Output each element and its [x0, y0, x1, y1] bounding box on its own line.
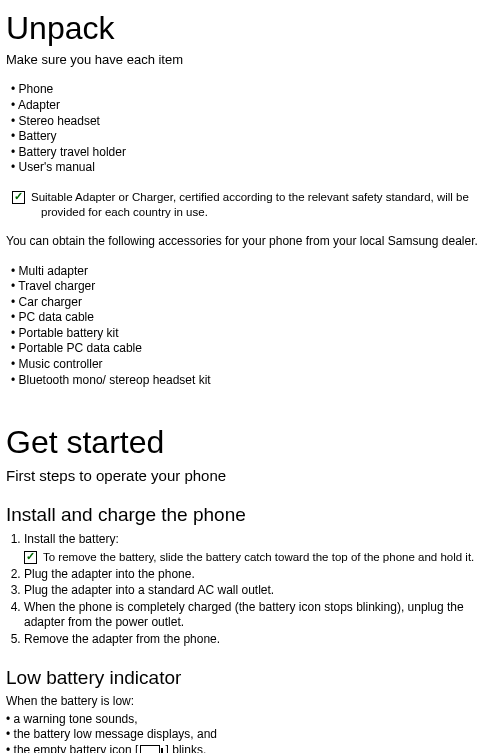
battery-remove-note: To remove the battery, slide the battery…	[24, 550, 494, 565]
battery-empty-icon	[140, 745, 160, 753]
accessories-list: Multi adapter Travel charger Car charger…	[6, 264, 494, 389]
low-battery-heading: Low battery indicator	[6, 666, 494, 691]
list-item: Battery travel holder	[20, 145, 494, 161]
list-item: Install the battery: To remove the batte…	[24, 532, 494, 565]
list-item: Remove the adapter from the phone.	[24, 632, 494, 648]
low-battery-bullet: a warning tone sounds,	[6, 712, 494, 728]
list-item: PC data cable	[20, 310, 494, 326]
get-started-heading: Get started	[6, 422, 494, 464]
bullet-prefix: the empty battery icon [	[14, 743, 139, 753]
bullet-suffix: ] blinks.	[162, 743, 206, 753]
list-item: User's manual	[20, 160, 494, 176]
low-battery-intro: When the battery is low:	[6, 694, 494, 710]
adapter-note: Suitable Adapter or Charger, certified a…	[12, 190, 494, 220]
unpack-item-list: Phone Adapter Stereo headset Battery Bat…	[6, 82, 494, 176]
list-item: Adapter	[20, 98, 494, 114]
list-item: Plug the adapter into the phone.	[24, 567, 494, 583]
low-battery-bullet: the empty battery icon [ ] blinks.	[6, 743, 494, 753]
unpack-heading: Unpack	[6, 8, 494, 50]
checkmark-icon	[12, 191, 25, 204]
list-item: Travel charger	[20, 279, 494, 295]
list-item: Stereo headset	[20, 114, 494, 130]
list-item: Portable battery kit	[20, 326, 494, 342]
checkmark-icon	[24, 551, 37, 564]
list-item: Music controller	[20, 357, 494, 373]
list-item: When the phone is completely charged (th…	[24, 600, 494, 631]
get-started-subtitle: First steps to operate your phone	[6, 466, 494, 486]
accessories-intro: You can obtain the following accessories…	[6, 234, 494, 250]
low-battery-bullet: the battery low message displays, and	[6, 727, 494, 743]
list-item: Battery	[20, 129, 494, 145]
list-item: Plug the adapter into a standard AC wall…	[24, 583, 494, 599]
adapter-note-text: Suitable Adapter or Charger, certified a…	[31, 190, 494, 220]
list-item: Car charger	[20, 295, 494, 311]
list-item: Portable PC data cable	[20, 341, 494, 357]
install-heading: Install and charge the phone	[6, 503, 494, 528]
list-item: Phone	[20, 82, 494, 98]
battery-remove-note-text: To remove the battery, slide the battery…	[43, 550, 474, 565]
step-text: Install the battery:	[24, 532, 119, 546]
list-item: Multi adapter	[20, 264, 494, 280]
list-item: Bluetooth mono/ stereop headset kit	[20, 373, 494, 389]
unpack-subtitle: Make sure you have each item	[6, 52, 494, 69]
install-steps: Install the battery: To remove the batte…	[6, 532, 494, 648]
